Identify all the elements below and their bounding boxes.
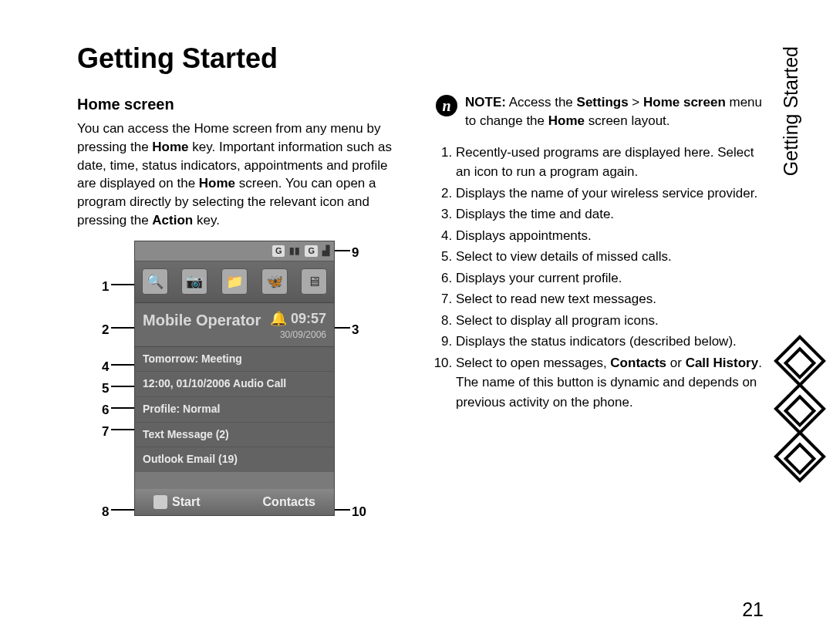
callout-item-9: Displays the status indicators (describe…	[456, 332, 764, 352]
callout-item-2: Displays the name of your wireless servi…	[456, 184, 764, 204]
leader-line	[111, 386, 134, 387]
program-icon: 📷	[181, 268, 207, 295]
call-history-bold: Call History	[686, 356, 758, 370]
windows-flag-icon	[153, 495, 167, 509]
home-screen-bold: Home	[199, 176, 235, 191]
callout-label-2: 2	[102, 321, 109, 339]
callout-list: Recently-used programs are displayed her…	[436, 143, 764, 413]
note-gt: >	[629, 95, 643, 110]
intro-text: key.	[193, 213, 220, 228]
action-key-bold: Action	[152, 213, 193, 228]
softkey-bar: Start Contacts	[135, 489, 334, 515]
recent-programs-row: 🔍 📷 📁 🦋 🖥	[135, 261, 334, 303]
battery-icon: ▮▮	[289, 244, 300, 258]
callout-item-6: Displays your current profile.	[456, 268, 764, 288]
callout-label-10: 10	[352, 503, 366, 521]
note-block: n NOTE: Access the Settings > Home scree…	[436, 93, 764, 130]
side-tab: Getting Started	[780, 46, 802, 176]
callout-item-3: Displays the time and date.	[456, 204, 764, 224]
status-g-icon: G	[272, 245, 285, 257]
right-column: n NOTE: Access the Settings > Home scree…	[436, 93, 764, 534]
intro-paragraph: You can access the Home screen from any …	[77, 120, 405, 230]
time-value: 09:57	[291, 311, 326, 326]
missed-call-line: 12:00, 01/10/2006 Audio Call	[135, 372, 334, 397]
program-icon: 🖥	[301, 268, 327, 295]
diamond-icon	[774, 383, 826, 435]
contacts-bold: Contacts	[610, 356, 666, 370]
program-icon: 📁	[221, 268, 248, 295]
sms-line: Text Message (2)	[135, 423, 334, 448]
callout-label-6: 6	[102, 401, 109, 420]
callout-label-7: 7	[102, 423, 109, 441]
leader-line	[111, 364, 134, 366]
clock-time: 🔔 09:57	[270, 309, 326, 329]
home-key-bold: Home	[152, 140, 188, 154]
signal-icon: ▟	[322, 244, 329, 258]
operator-name: Mobile Operator	[143, 309, 261, 331]
phone-screenshot: G ▮▮ G ▟ 🔍 📷 📁 🦋 🖥 Mobile Operator	[134, 241, 335, 516]
leader-line	[111, 284, 134, 285]
appointment-line: Tomorrow: Meeting	[135, 347, 334, 373]
leader-line	[111, 509, 134, 511]
page-number: 21	[742, 598, 764, 621]
bell-icon: 🔔	[270, 311, 287, 326]
page-title: Getting Started	[77, 42, 764, 75]
section-heading: Home screen	[77, 93, 405, 115]
profile-line: Profile: Normal	[135, 397, 334, 423]
home-bold: Home	[548, 113, 585, 128]
callout-10-text: or	[666, 356, 686, 370]
diamond-icon	[774, 335, 826, 387]
operator-row: Mobile Operator 🔔 09:57 30/09/2006	[135, 303, 334, 347]
leader-line	[111, 429, 134, 430]
leader-line	[335, 327, 350, 329]
callout-label-8: 8	[102, 503, 109, 521]
callout-label-3: 3	[352, 321, 359, 339]
callout-label-4: 4	[102, 358, 109, 376]
callout-label-1: 1	[102, 278, 109, 296]
decorative-diamonds	[773, 332, 827, 486]
callout-item-10: Select to open messages, Contacts or Cal…	[456, 353, 764, 413]
program-icon: 🔍	[142, 268, 168, 295]
status-g-icon: G	[305, 245, 318, 257]
left-column: Home screen You can access the Home scre…	[77, 93, 405, 534]
diamond-icon	[774, 430, 826, 483]
note-text-part: screen layout.	[585, 113, 670, 128]
callout-item-4: Displays appointments.	[456, 226, 764, 246]
callout-item-7: Select to read new text messages.	[456, 289, 764, 309]
softkey-start: Start	[153, 494, 200, 511]
leader-line	[111, 327, 134, 329]
note-label-bold: NOTE:	[465, 95, 506, 110]
status-bar: G ▮▮ G ▟	[135, 241, 334, 261]
leader-line	[335, 250, 350, 251]
softkey-start-label: Start	[172, 495, 200, 508]
leader-line	[335, 509, 350, 511]
note-text-part: Access the	[506, 95, 577, 110]
leader-line	[111, 407, 134, 409]
callout-item-1: Recently-used programs are displayed her…	[456, 143, 764, 182]
phone-figure: 1 2 4 5 6 7 8 9 3 10	[77, 241, 393, 534]
callout-item-5: Select to view details of missed calls.	[456, 247, 764, 267]
callout-item-8: Select to display all program icons.	[456, 311, 764, 331]
note-text: NOTE: Access the Settings > Home screen …	[465, 93, 764, 130]
callout-10-text: Select to open messages,	[456, 356, 610, 370]
email-line: Outlook Email (19)	[135, 447, 334, 472]
callout-label-5: 5	[102, 379, 109, 398]
softkey-contacts: Contacts	[263, 494, 315, 511]
home-screen-bold: Home screen	[643, 95, 726, 110]
program-icon: 🦋	[261, 268, 288, 295]
callout-label-9: 9	[352, 244, 359, 262]
settings-bold: Settings	[577, 95, 629, 110]
clock-date: 30/09/2006	[270, 329, 326, 342]
note-icon: n	[436, 95, 457, 116]
